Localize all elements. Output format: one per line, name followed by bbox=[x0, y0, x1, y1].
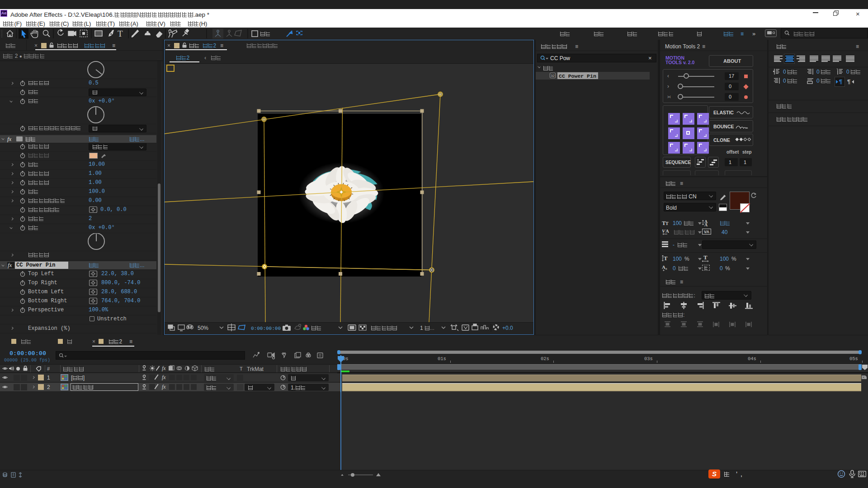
svg-text:A: A bbox=[662, 264, 665, 270]
svg-text:A: A bbox=[704, 222, 708, 226]
svg-text:T: T bbox=[703, 254, 708, 261]
svg-text:T: T bbox=[665, 221, 669, 225]
svg-text:a: a bbox=[665, 267, 667, 271]
svg-text:A: A bbox=[665, 228, 669, 234]
svg-text:T: T bbox=[118, 29, 123, 38]
svg-text:+0.0: +0.0 bbox=[502, 325, 513, 331]
svg-text:50%: 50% bbox=[198, 325, 208, 331]
svg-text:0:00:00:00: 0:00:00:00 bbox=[251, 326, 281, 331]
svg-text:T: T bbox=[664, 255, 668, 262]
